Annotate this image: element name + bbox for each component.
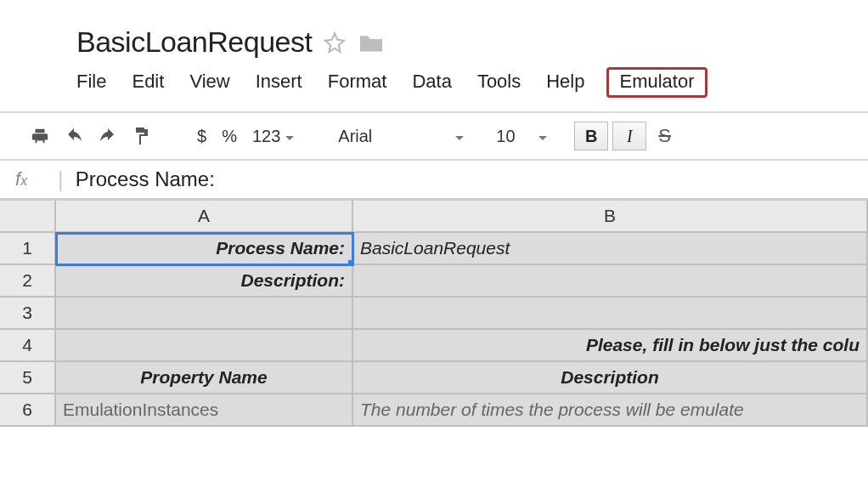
column-header-a[interactable]: A (56, 201, 353, 233)
row-header-1[interactable]: 1 (0, 233, 56, 265)
menu-edit[interactable]: Edit (132, 71, 164, 98)
cell-b4[interactable]: Please, fill in below just the colu (353, 330, 868, 362)
print-icon[interactable] (25, 122, 54, 150)
menu-format[interactable]: Format (328, 71, 387, 98)
cell-b1[interactable]: BasicLoanRequest (353, 233, 868, 265)
menu-view[interactable]: View (189, 71, 229, 98)
paint-format-icon[interactable] (127, 122, 156, 150)
folder-icon[interactable] (358, 31, 385, 54)
row-header-6[interactable]: 6 (0, 394, 56, 427)
cell-a1[interactable]: Process Name: (56, 233, 353, 265)
row-header-5[interactable]: 5 (0, 362, 56, 394)
font-family-select[interactable]: Arial (335, 125, 469, 148)
menu-emulator[interactable]: Emulator (619, 71, 694, 92)
menu-tools[interactable]: Tools (477, 71, 521, 98)
spreadsheet-grid: A B 1 Process Name: BasicLoanRequest 2 D… (0, 201, 868, 427)
redo-icon[interactable] (93, 122, 122, 150)
menu-data[interactable]: Data (412, 71, 451, 98)
menu-emulator-highlight: Emulator (606, 67, 707, 98)
cell-a6[interactable]: EmulationInstances (56, 394, 353, 427)
undo-icon[interactable] (59, 122, 88, 150)
cell-a3[interactable] (56, 298, 353, 330)
cell-b6[interactable]: The number of times the process will be … (353, 394, 868, 427)
format-number-dropdown[interactable]: 123 (247, 127, 299, 146)
column-header-b[interactable]: B (353, 201, 868, 233)
cell-b3[interactable] (353, 298, 868, 330)
menu-file[interactable]: File (76, 71, 106, 98)
menu-bar: File Edit View Insert Format Data Tools … (0, 59, 868, 110)
strikethrough-button[interactable]: S (651, 125, 678, 147)
menu-insert[interactable]: Insert (256, 71, 302, 98)
font-size-select[interactable]: 10 (496, 127, 547, 146)
formula-input[interactable]: Process Name: (76, 167, 215, 191)
cell-a4[interactable] (56, 330, 353, 362)
format-currency-button[interactable]: $ (192, 127, 211, 146)
fx-label: fx (15, 168, 58, 190)
row-header-2[interactable]: 2 (0, 265, 56, 298)
cell-a5[interactable]: Property Name (56, 362, 353, 394)
star-icon[interactable] (324, 31, 346, 54)
select-all-corner[interactable] (0, 201, 56, 233)
cell-a2[interactable]: Description: (56, 265, 353, 298)
cell-b2[interactable] (353, 265, 868, 298)
bold-button[interactable]: B (574, 122, 608, 150)
cell-b5[interactable]: Description (353, 362, 868, 394)
toolbar: $ % 123 Arial 10 B I S (0, 113, 868, 161)
document-title[interactable]: BasicLoanRequest (76, 26, 312, 59)
row-header-4[interactable]: 4 (0, 330, 56, 362)
menu-help[interactable]: Help (546, 71, 584, 98)
fx-divider: | (58, 167, 64, 193)
row-header-3[interactable]: 3 (0, 298, 56, 330)
formula-bar: fx | Process Name: (0, 161, 868, 201)
format-percent-button[interactable]: % (217, 127, 242, 146)
italic-button[interactable]: I (612, 122, 646, 150)
